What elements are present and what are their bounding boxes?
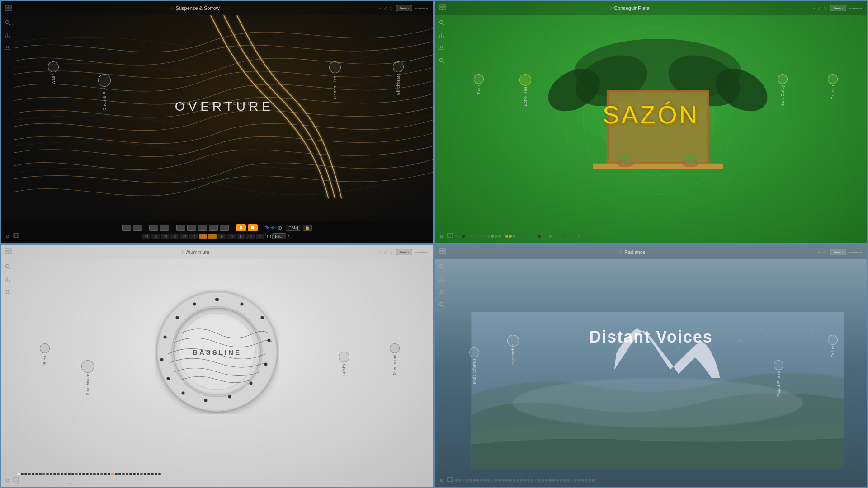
knob-crunch[interactable]: Crunch <box>828 74 838 99</box>
chart-icon-2[interactable] <box>438 32 445 39</box>
knob-delay[interactable]: Delay <box>828 335 838 357</box>
arrow-6[interactable]: ▷ <box>218 234 226 239</box>
knob-sine-wave[interactable]: Sine Wave <box>81 360 94 395</box>
user-icon-4[interactable] <box>438 288 445 296</box>
nav-next-3[interactable]: ▷ <box>390 250 393 255</box>
save-icon[interactable] <box>13 232 21 240</box>
knob-wash[interactable]: Wash <box>48 61 59 84</box>
arrow-active-1[interactable]: ◁ <box>199 234 207 239</box>
btn-2[interactable] <box>133 225 142 231</box>
volume-slider-3[interactable]: ━━━━━ <box>415 250 429 254</box>
bassline-topbar: ♡ Aluminium ··· ◁ ▷ Tweak ━━━━━ <box>1 245 433 259</box>
arrow-5[interactable]: ◁ <box>189 234 198 239</box>
arrow-prev[interactable]: ◁ <box>142 234 150 239</box>
knob-big-verb[interactable]: Big Verb <box>507 335 519 365</box>
grid-icon-2[interactable] <box>439 4 446 10</box>
user-icon-2[interactable] <box>438 44 445 52</box>
pitch-control[interactable]: Pitch ∧ <box>267 233 290 239</box>
knob-echo-hall[interactable]: Echo Hall <box>519 74 531 106</box>
arrow-9[interactable]: ▷ <box>246 234 255 239</box>
key-tag[interactable]: F Maj <box>286 225 301 231</box>
settings-icon-2[interactable] <box>438 232 446 240</box>
tweak-button-4[interactable]: Tweak <box>830 249 846 255</box>
settings-icon-3[interactable] <box>4 476 12 484</box>
arrow-1[interactable]: ◁ <box>151 234 160 239</box>
knob-rapid-phase[interactable]: Rapid Phase <box>774 360 783 397</box>
arrow-active-2[interactable]: ▷ <box>208 234 217 239</box>
search-icon-2b[interactable] <box>438 57 445 64</box>
edit-icon-1[interactable]: ✎ <box>265 225 269 231</box>
search-icon-2[interactable] <box>438 19 445 26</box>
btn-1[interactable] <box>122 225 131 231</box>
knob-subby[interactable]: Subby <box>339 352 349 376</box>
more-dots[interactable]: ··· <box>377 6 381 10</box>
edit-icon-2[interactable]: ✏ <box>271 225 276 231</box>
volume-slider-2[interactable]: ━━━━━ <box>849 6 863 10</box>
btn-6[interactable] <box>187 225 196 231</box>
knob-soft-delay[interactable]: Soft Delay <box>778 74 788 106</box>
nav-prev[interactable]: ◁ <box>383 6 387 11</box>
arrow-2[interactable]: ◁ <box>161 234 169 239</box>
btn-3[interactable] <box>149 225 158 231</box>
search-icon-4[interactable] <box>438 263 445 270</box>
search-icon-4b[interactable] <box>438 301 445 308</box>
knob-chaos-filter[interactable]: Chaos Filter <box>329 61 341 99</box>
chart-icon-3[interactable] <box>4 276 11 283</box>
grid-icon-4[interactable] <box>439 248 446 254</box>
arrow-3[interactable]: ◁ <box>170 234 179 239</box>
dot <box>455 479 458 482</box>
arrow-7[interactable]: ▷ <box>227 234 236 239</box>
nav-next-2[interactable]: ▷ <box>824 6 827 11</box>
arrow-4[interactable]: ◁ <box>180 234 188 239</box>
nav-next[interactable]: ▷ <box>390 6 393 11</box>
settings-icon[interactable] <box>4 232 12 240</box>
panel-sazon: SAZÓN ♡ Conseguir Plata ··· ◁ ▷ Tweak ━━… <box>434 0 868 244</box>
arrow-next[interactable]: ▷ <box>256 234 264 239</box>
search-icon-3[interactable] <box>4 263 11 270</box>
pitch-chevron[interactable]: ∧ <box>287 234 290 239</box>
knob-chop-fry[interactable]: Chop & Fry <box>98 74 111 111</box>
svg-rect-11 <box>241 226 242 229</box>
save-icon-2[interactable] <box>447 232 453 240</box>
play-btn[interactable] <box>236 224 246 231</box>
edit-icon-3[interactable]: ⊕ <box>278 225 282 231</box>
save-icon-4[interactable] <box>447 476 453 484</box>
search-icon[interactable] <box>4 19 11 26</box>
user-icon-3[interactable] <box>4 288 11 296</box>
panel-distant-voices: Distant Voices ♡ Radiance ··· ▷ Tweak ━━… <box>434 244 868 488</box>
knob-tone[interactable]: Tone <box>474 74 484 95</box>
grid-icon[interactable] <box>5 5 12 11</box>
dot <box>585 235 588 238</box>
overture-sidebar <box>1 15 14 225</box>
svg-rect-91 <box>440 249 442 251</box>
knob-glitchbrato[interactable]: Glitchbrato <box>393 61 404 95</box>
chart-icon[interactable] <box>4 32 11 39</box>
arrow-8[interactable]: ▷ <box>237 234 245 239</box>
volume-slider[interactable]: ━━━━━ <box>415 6 429 10</box>
save-icon-3[interactable] <box>13 476 19 484</box>
tweak-button-3[interactable]: Tweak <box>396 249 412 255</box>
btn-9[interactable] <box>220 225 229 231</box>
btn-4[interactable] <box>160 225 169 231</box>
chart-icon-4[interactable] <box>438 276 445 283</box>
lock-btn[interactable]: 🔒 <box>303 225 312 231</box>
knob-movement[interactable]: Movement <box>390 343 400 375</box>
grid-icon-3[interactable] <box>5 248 12 254</box>
knob-reso[interactable]: Reso <box>40 343 50 365</box>
btn-5[interactable] <box>176 225 185 231</box>
nav-prev-2[interactable]: ◁ <box>817 6 821 11</box>
volume-slider-4[interactable]: ━━━━━ <box>849 250 863 254</box>
user-icon[interactable] <box>4 44 11 52</box>
tweak-button-2[interactable]: Tweak <box>830 5 846 11</box>
more-dots-3[interactable]: ··· <box>377 250 381 254</box>
btn-8[interactable] <box>209 225 218 231</box>
more-dots-2[interactable]: ··· <box>811 6 815 10</box>
tweak-button[interactable]: Tweak <box>396 5 412 11</box>
knob-multi-chorus[interactable]: Multi Chorus <box>469 347 479 384</box>
nav-prev-3[interactable]: ◁ <box>383 250 387 255</box>
stop-btn[interactable] <box>248 224 258 231</box>
nav-next-4[interactable]: ▷ <box>824 250 827 255</box>
btn-7[interactable] <box>198 225 207 231</box>
settings-icon-4[interactable] <box>438 476 446 484</box>
more-dots-4[interactable]: ··· <box>818 250 821 254</box>
